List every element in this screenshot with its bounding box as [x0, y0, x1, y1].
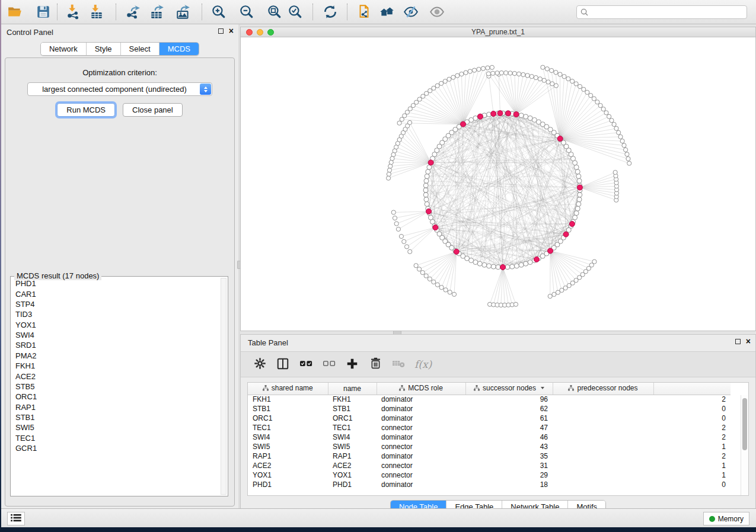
mcds-hub-node[interactable] — [454, 249, 459, 254]
close-panel-icon[interactable]: × — [746, 338, 751, 345]
close-window-icon[interactable] — [246, 29, 253, 36]
graph-node[interactable] — [496, 265, 500, 270]
graph-node[interactable] — [576, 174, 581, 179]
graph-node[interactable] — [524, 261, 528, 266]
graph-node[interactable] — [524, 114, 528, 119]
table-row[interactable]: STB1STB1dominator620 — [248, 404, 731, 414]
table-row[interactable]: SWI4SWI4dominator462 — [248, 432, 731, 442]
graph-node[interactable] — [408, 249, 412, 254]
graph-node[interactable] — [464, 70, 468, 75]
graph-node[interactable] — [577, 178, 582, 183]
graph-node[interactable] — [495, 71, 499, 75]
graph-node[interactable] — [427, 165, 432, 169]
zoom-selected-icon[interactable] — [286, 4, 303, 21]
save-session-icon[interactable] — [35, 4, 52, 21]
graph-node[interactable] — [399, 234, 403, 238]
refresh-layout-icon[interactable] — [322, 4, 339, 21]
graph-node[interactable] — [541, 65, 545, 69]
zoom-fit-icon[interactable] — [266, 4, 282, 21]
mcds-hub-node[interactable] — [491, 111, 496, 116]
graph-node[interactable] — [387, 168, 391, 172]
graph-node[interactable] — [562, 75, 566, 79]
zoom-out-icon[interactable] — [238, 4, 254, 21]
mcds-hub-node[interactable] — [433, 225, 438, 230]
search-input[interactable] — [591, 8, 743, 17]
graph-node[interactable] — [578, 193, 582, 197]
close-panel-icon[interactable]: × — [229, 28, 234, 34]
table-row[interactable]: TEC1TEC1connector472 — [248, 423, 731, 432]
graph-node[interactable] — [528, 116, 532, 120]
graph-node[interactable] — [575, 169, 580, 174]
graph-node[interactable] — [482, 262, 487, 267]
import-table-icon[interactable] — [88, 4, 105, 21]
graph-node[interactable] — [505, 265, 510, 270]
graph-node[interactable] — [448, 290, 452, 294]
mcds-result-item[interactable]: GCR1 — [11, 443, 220, 453]
graph-node[interactable] — [574, 165, 579, 169]
mcds-hub-node[interactable] — [513, 111, 519, 117]
table-row[interactable]: RAP1RAP1dominator352 — [248, 451, 731, 461]
graph-node[interactable] — [598, 103, 602, 107]
graph-node[interactable] — [389, 160, 393, 164]
table-row[interactable]: FKH1FKH1dominator962 — [248, 395, 731, 404]
graph-node[interactable] — [388, 164, 393, 168]
graph-node[interactable] — [491, 71, 495, 75]
mcds-hub-node[interactable] — [500, 265, 506, 270]
task-history-icon[interactable] — [7, 512, 25, 525]
graph-node[interactable] — [585, 90, 589, 94]
graph-node[interactable] — [414, 264, 418, 268]
graph-node[interactable] — [487, 264, 492, 268]
mcds-hub-node[interactable] — [461, 121, 466, 127]
mcds-hub-node[interactable] — [506, 111, 511, 116]
criterion-select[interactable]: largest connected component (undirected) — [27, 82, 212, 96]
table-row[interactable]: ORC1ORC1dominator610 — [248, 414, 731, 423]
graph-node[interactable] — [626, 156, 630, 161]
graph-node[interactable] — [424, 197, 429, 202]
add-column-icon[interactable] — [345, 357, 359, 371]
graph-node[interactable] — [435, 84, 439, 88]
graph-node[interactable] — [420, 270, 425, 274]
graph-node[interactable] — [447, 77, 451, 81]
graph-node[interactable] — [625, 152, 629, 156]
graph-node[interactable] — [499, 70, 503, 75]
mcds-hub-node[interactable] — [477, 114, 483, 119]
column-header-name[interactable]: name — [328, 383, 377, 395]
maximize-window-icon[interactable] — [267, 29, 274, 36]
mcds-result-item[interactable]: YOX1 — [11, 320, 220, 330]
table-row[interactable]: ACE2ACE2connector311 — [248, 461, 731, 470]
graph-node[interactable] — [423, 183, 428, 188]
mcds-result-item[interactable]: STB1 — [11, 412, 220, 422]
graph-node[interactable] — [575, 206, 580, 211]
graph-node[interactable] — [534, 75, 538, 79]
mcds-list-scrollbar[interactable] — [221, 278, 227, 495]
graph-node[interactable] — [620, 139, 624, 143]
mcds-hub-node[interactable] — [428, 160, 433, 165]
graph-node[interactable] — [396, 227, 400, 231]
tab-style[interactable]: Style — [87, 43, 121, 55]
graph-node[interactable] — [432, 280, 436, 284]
table-row[interactable]: PHD1PHD1dominator180 — [248, 480, 731, 489]
split-columns-icon[interactable] — [276, 357, 290, 371]
graph-node[interactable] — [402, 239, 406, 243]
graph-node[interactable] — [455, 73, 460, 78]
mcds-result-item[interactable]: TID3 — [11, 309, 220, 319]
mcds-result-item[interactable]: SRD1 — [11, 340, 220, 350]
graph-node[interactable] — [451, 75, 455, 79]
graph-node[interactable] — [577, 197, 582, 202]
graph-node[interactable] — [508, 71, 512, 75]
graph-node[interactable] — [387, 172, 391, 176]
open-file-icon[interactable] — [7, 4, 23, 21]
mcds-result-item[interactable]: ACE2 — [11, 371, 220, 381]
graph-node[interactable] — [601, 107, 605, 111]
column-header-shared-name[interactable]: shared name — [248, 383, 328, 395]
graph-node[interactable] — [391, 210, 395, 214]
graph-node[interactable] — [554, 84, 558, 88]
graph-node[interactable] — [574, 82, 578, 86]
table-row[interactable]: YOX1YOX1connector291 — [248, 470, 731, 480]
graph-node[interactable] — [627, 161, 631, 165]
table-row[interactable]: SWI5SWI5connector431 — [248, 442, 731, 451]
graph-node[interactable] — [486, 72, 490, 76]
hide-selected-icon[interactable] — [403, 4, 419, 21]
graph-node[interactable] — [439, 286, 444, 290]
graph-node[interactable] — [452, 292, 456, 296]
